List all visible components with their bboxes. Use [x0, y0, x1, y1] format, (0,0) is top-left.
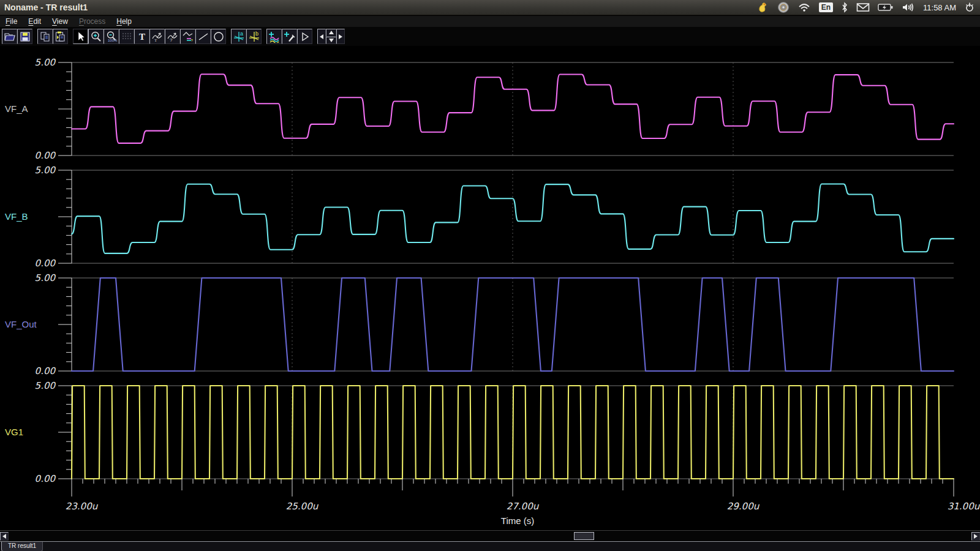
trace-VF_Out [72, 278, 954, 371]
axis-a-button[interactable]: a [231, 29, 246, 44]
waveform-svg: 5.000.00VF_A5.000.00VF_B5.000.00VF_Out5.… [0, 46, 980, 530]
menubar: File Edit View Process Help [0, 16, 980, 27]
svg-text:a: a [240, 31, 243, 37]
y-max-label: 5.00 [35, 57, 56, 68]
probe-query-button[interactable]: ? [165, 29, 180, 44]
menu-file[interactable]: File [0, 17, 23, 26]
paste-button[interactable] [53, 29, 68, 44]
trace-VG1 [72, 386, 954, 479]
horizontal-scrollbar[interactable] [0, 530, 980, 541]
power-gear-icon[interactable] [964, 2, 975, 13]
vertical-spinner[interactable] [326, 29, 336, 44]
x-tick-label: 27.00u [507, 501, 540, 512]
menu-process[interactable]: Process [74, 17, 111, 26]
signal-label-VF_B: VF_B [5, 211, 28, 222]
x-tick-label: 23.00u [66, 501, 99, 512]
ellipse-tool-button[interactable] [211, 29, 226, 44]
open-button[interactable] [2, 29, 17, 44]
svg-text:b: b [255, 31, 258, 37]
axis-b-button[interactable]: b [246, 29, 262, 44]
copy-button[interactable] [37, 29, 53, 44]
play-button[interactable] [297, 29, 312, 44]
x-tick-label: 25.00u [286, 501, 319, 512]
clock-text[interactable]: 11:58 AM [923, 3, 956, 12]
app-duck-icon[interactable] [757, 1, 769, 13]
y-min-label: 0.00 [35, 258, 56, 269]
select-arrow-button[interactable] [73, 29, 88, 44]
svg-text:100%: 100% [108, 39, 118, 42]
menu-view[interactable]: View [47, 17, 74, 26]
y-max-label: 5.00 [35, 272, 56, 283]
zoom-in-button[interactable] [88, 29, 104, 44]
scrollbar-right-arrow[interactable] [971, 532, 980, 541]
signal-label-VF_Out: VF_Out [5, 319, 37, 329]
bluetooth-icon[interactable] [841, 2, 848, 13]
menu-help[interactable]: Help [111, 17, 137, 26]
app-window: Noname - TR result1 En [0, 0, 980, 551]
scrollbar-thumb[interactable] [574, 532, 594, 540]
battery-icon[interactable] [878, 3, 894, 12]
y-max-label: 5.00 [35, 380, 56, 391]
signal-label-VF_A: VF_A [5, 103, 28, 114]
add-curves-button[interactable] [266, 29, 282, 44]
x-tick-label: 29.00u [727, 501, 760, 512]
scroll-left-button[interactable] [317, 29, 326, 44]
menu-edit[interactable]: Edit [23, 17, 47, 26]
scroll-right-button[interactable] [336, 29, 345, 44]
window-title: Noname - TR result1 [4, 2, 88, 12]
wifi-icon[interactable] [797, 2, 811, 13]
svg-text:?: ? [170, 37, 173, 43]
measure-button[interactable]: ? [180, 29, 195, 44]
probe-add-button[interactable] [282, 29, 297, 44]
y-max-label: 5.00 [35, 165, 56, 176]
speaker-icon[interactable] [902, 2, 915, 12]
toolbar: 100% T T ? ? a b [0, 27, 980, 46]
snap-grid-button[interactable] [119, 29, 134, 44]
mail-icon[interactable] [856, 2, 870, 12]
waveform-plot-area[interactable]: 5.000.00VF_A5.000.00VF_B5.000.00VF_Out5.… [0, 46, 980, 530]
spin-up-button[interactable] [326, 29, 336, 37]
save-button[interactable] [17, 29, 32, 44]
y-min-label: 0.00 [35, 365, 56, 377]
x-axis-title: Time (s) [478, 515, 557, 526]
spin-down-button[interactable] [326, 37, 336, 45]
tab-tr-result1[interactable]: TR result1 [1, 542, 43, 551]
probe-voltage-button[interactable]: T [149, 29, 165, 44]
system-tray: En 11:58 AM [757, 1, 975, 13]
svg-text:?: ? [190, 39, 193, 42]
y-min-label: 0.00 [35, 473, 56, 484]
svg-text:T: T [138, 32, 145, 42]
text-tool-button[interactable]: T [134, 29, 149, 44]
x-tick-label: 31.00u [948, 501, 980, 512]
zoom-out-100-button[interactable]: 100% [104, 29, 119, 44]
titlebar: Noname - TR result1 En [0, 0, 980, 15]
keyboard-layout-badge[interactable]: En [819, 2, 833, 12]
svg-text:T: T [154, 38, 157, 43]
y-min-label: 0.00 [35, 150, 56, 161]
line-tool-button[interactable] [195, 29, 211, 44]
volume-app-icon[interactable] [777, 1, 790, 13]
result-tab-bar: TR result1 [0, 541, 980, 551]
signal-label-VG1: VG1 [5, 427, 23, 437]
scrollbar-left-arrow[interactable] [0, 532, 9, 541]
